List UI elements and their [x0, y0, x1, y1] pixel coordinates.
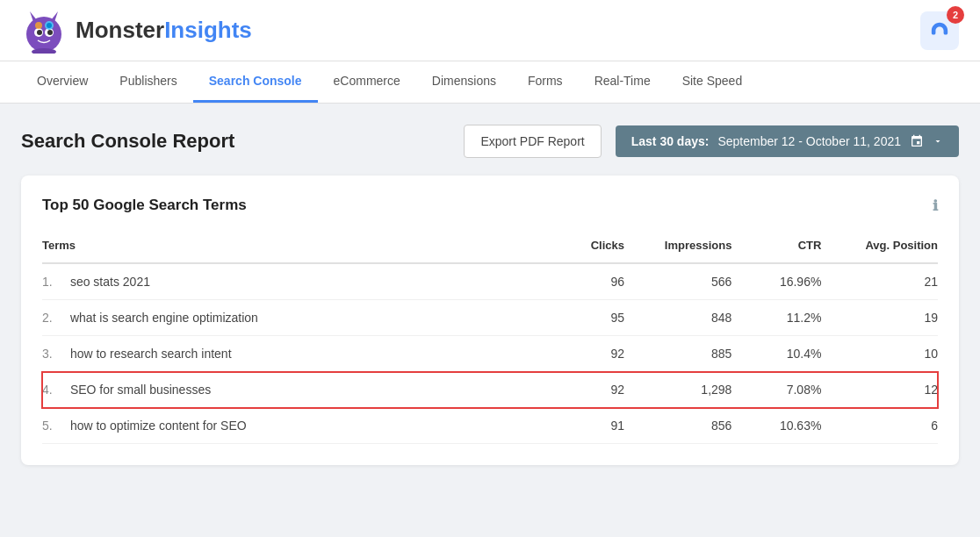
row-number: 1.	[42, 275, 67, 289]
notification-button[interactable]: 2	[920, 11, 959, 50]
calendar-icon	[910, 134, 924, 148]
card-title: Top 50 Google Search Terms	[42, 197, 247, 214]
export-pdf-button[interactable]: Export PDF Report	[464, 125, 601, 158]
cell-ctr: 16.96%	[731, 263, 821, 300]
col-header-avg-position: Avg. Position	[821, 232, 938, 263]
svg-point-9	[47, 23, 52, 28]
nav-item-dimensions[interactable]: Dimensions	[416, 61, 512, 103]
col-header-impressions: Impressions	[624, 232, 731, 263]
nav-item-site-speed[interactable]: Site Speed	[667, 61, 759, 103]
cell-clicks: 96	[535, 263, 624, 300]
cell-clicks: 95	[535, 300, 624, 336]
cell-ctr: 10.63%	[731, 408, 821, 444]
page-title: Search Console Report	[21, 130, 450, 153]
nav-item-ecommerce[interactable]: eCommerce	[318, 61, 416, 103]
col-header-ctr: CTR	[731, 232, 821, 263]
cell-term: 3. how to research search intent	[42, 336, 535, 372]
logo-icon	[21, 8, 67, 54]
svg-marker-7	[51, 11, 58, 22]
cell-impressions: 848	[624, 300, 731, 336]
logo-text: MonsterInsights	[76, 17, 252, 44]
col-header-terms: Terms	[42, 232, 535, 263]
cell-term: 5. how to optimize content for SEO	[42, 408, 535, 444]
row-number: 3.	[42, 347, 67, 361]
table-row: 1. seo stats 2021 96 566 16.96% 21	[42, 263, 938, 300]
table-row: 2. what is search engine optimization 95…	[42, 300, 938, 336]
svg-marker-6	[30, 11, 37, 22]
navigation: Overview Publishers Search Console eComm…	[0, 61, 980, 104]
row-number: 2.	[42, 311, 67, 325]
term-text: seo stats 2021	[70, 275, 150, 289]
row-number: 4.	[42, 383, 67, 397]
svg-point-5	[47, 30, 53, 35]
cell-avg-position: 10	[821, 336, 938, 372]
search-terms-table: Terms Clicks Impressions CTR Avg. Positi…	[42, 232, 938, 444]
cell-term: 4. SEO for small businesses	[42, 372, 535, 408]
notification-area: 2	[920, 11, 959, 50]
cell-term: 1. seo stats 2021	[42, 263, 535, 300]
cell-impressions: 856	[624, 408, 731, 444]
nav-item-overview[interactable]: Overview	[21, 61, 104, 103]
logo-area: MonsterInsights	[21, 8, 252, 54]
row-number: 5.	[42, 419, 67, 433]
table-row: 5. how to optimize content for SEO 91 85…	[42, 408, 938, 444]
main-content: Search Console Report Export PDF Report …	[0, 104, 980, 486]
chevron-down-icon	[933, 136, 943, 147]
cell-ctr: 7.08%	[731, 372, 821, 408]
nav-item-publishers[interactable]: Publishers	[104, 61, 192, 103]
term-text: what is search engine optimization	[70, 311, 258, 325]
support-icon	[930, 21, 949, 40]
cell-clicks: 91	[535, 408, 624, 444]
search-terms-card: Top 50 Google Search Terms ℹ Terms Click…	[21, 175, 959, 465]
notification-badge: 2	[947, 6, 964, 24]
cell-avg-position: 12	[821, 372, 938, 408]
nav-item-real-time[interactable]: Real-Time	[579, 61, 667, 103]
svg-point-4	[37, 30, 42, 35]
date-range-label: Last 30 days:	[631, 134, 710, 148]
term-text: SEO for small businesses	[70, 383, 211, 397]
page-header: Search Console Report Export PDF Report …	[21, 125, 959, 158]
date-range-value: September 12 - October 11, 2021	[717, 134, 901, 148]
card-title-row: Top 50 Google Search Terms ℹ	[42, 197, 938, 214]
svg-point-10	[35, 22, 42, 29]
cell-avg-position: 19	[821, 300, 938, 336]
cell-avg-position: 21	[821, 263, 938, 300]
col-header-clicks: Clicks	[535, 232, 624, 263]
cell-impressions: 885	[624, 336, 731, 372]
table-row: 3. how to research search intent 92 885 …	[42, 336, 938, 372]
table-row: 4. SEO for small businesses 92 1,298 7.0…	[42, 372, 938, 408]
cell-impressions: 1,298	[624, 372, 731, 408]
svg-point-0	[26, 17, 61, 52]
info-icon[interactable]: ℹ	[933, 197, 938, 214]
cell-ctr: 10.4%	[731, 336, 821, 372]
cell-term: 2. what is search engine optimization	[42, 300, 535, 336]
nav-item-forms[interactable]: Forms	[512, 61, 579, 103]
cell-clicks: 92	[535, 336, 624, 372]
date-range-button[interactable]: Last 30 days: September 12 - October 11,…	[616, 125, 959, 157]
term-text: how to optimize content for SEO	[70, 419, 247, 433]
cell-clicks: 92	[535, 372, 624, 408]
cell-avg-position: 6	[821, 408, 938, 444]
header: MonsterInsights 2	[0, 0, 980, 61]
nav-item-search-console[interactable]: Search Console	[193, 61, 318, 103]
cell-impressions: 566	[624, 263, 731, 300]
cell-ctr: 11.2%	[731, 300, 821, 336]
term-text: how to research search intent	[70, 347, 232, 361]
